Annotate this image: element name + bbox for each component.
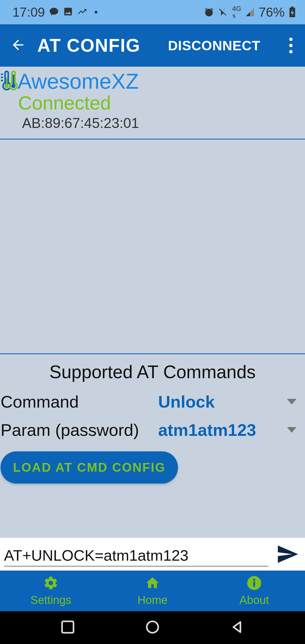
device-name: AwesomeXZ [18,69,139,93]
home-icon [145,575,160,593]
trend-icon [77,5,87,20]
alarm-icon [204,7,214,17]
app-bar: AT CONFIG DISCONNECT [0,24,305,67]
svg-rect-4 [1,80,3,81]
nav-about-label: About [239,594,269,606]
command-input-value: AT+UNLOCK=atm1atm123 [4,547,188,564]
param-label: Param (password) [0,420,158,440]
status-left: 17:09 [12,5,97,20]
status-bar: 17:09 4G⇅ 76% [0,0,305,24]
connection-status: Connected [0,92,305,114]
thermometer-icon [0,70,18,92]
nav-home-label: Home [138,594,168,606]
svg-rect-2 [1,73,3,75]
disconnect-button[interactable]: DISCONNECT [168,38,260,53]
signal-icon [245,7,255,17]
command-dropdown[interactable]: Unlock [158,392,297,412]
info-icon [247,575,262,593]
param-dropdown[interactable]: atm1atm123 [158,420,297,440]
svg-rect-12 [13,74,14,85]
param-row: Param (password) atm1atm123 [0,416,305,444]
device-mac-address: AB:89:67:45:23:01 [0,115,305,131]
network-4g-icon: 4G⇅ [232,5,241,19]
bottom-nav: Settings Home About [0,571,305,611]
vibrate-mute-icon [218,7,228,17]
nav-home[interactable]: Home [102,571,203,611]
command-bar: AT+UNLOCK=atm1atm123 [0,538,305,571]
at-commands-section: Supported AT Commands Command Unlock Par… [0,354,305,538]
status-dot [95,11,97,14]
gear-icon [43,575,58,593]
chat-icon [49,5,59,20]
page-title: AT CONFIG [37,35,140,56]
command-label: Command [0,392,158,412]
svg-rect-14 [253,582,255,587]
home-button[interactable] [145,619,160,636]
nav-settings-label: Settings [30,594,71,606]
command-value: Unlock [158,392,215,412]
chevron-down-icon [287,399,297,404]
command-input[interactable]: AT+UNLOCK=atm1atm123 [4,542,268,567]
send-button[interactable] [274,543,301,566]
svg-rect-3 [1,77,3,78]
at-title: Supported AT Commands [0,362,305,382]
system-nav-bar [0,611,305,644]
nav-settings[interactable]: Settings [0,571,102,611]
status-time: 17:09 [12,5,45,20]
svg-rect-8 [6,77,8,85]
chevron-down-icon [287,427,297,433]
image-icon [63,5,73,20]
log-area[interactable] [0,140,305,354]
back-button[interactable] [10,37,26,54]
nav-about[interactable]: About [203,571,305,611]
load-config-button[interactable]: LOAD AT CMD CONFIG [1,451,178,484]
more-menu-button[interactable] [283,38,299,53]
battery-percent: 76% [259,5,285,20]
svg-point-17 [147,621,158,633]
command-row: Command Unlock [0,388,305,416]
back-button-sys[interactable] [230,619,245,636]
battery-charging-icon [289,6,296,18]
param-value: atm1atm123 [158,420,256,440]
status-right: 4G⇅ 76% [204,5,296,20]
recents-button[interactable] [60,619,75,636]
svg-point-15 [253,579,255,581]
svg-rect-16 [62,621,74,633]
svg-rect-1 [291,6,293,8]
device-panel: AwesomeXZ Connected AB:89:67:45:23:01 [0,67,305,140]
